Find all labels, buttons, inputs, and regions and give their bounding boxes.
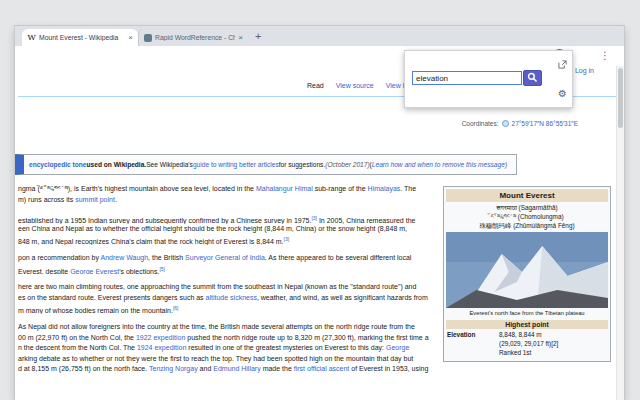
text-run: ngma (ཇོ་མོ་གླང་མ), is Earth's highest m… (18, 185, 256, 192)
wiki-link[interactable]: Edmund Hillary (213, 365, 260, 372)
text-run: m) runs across its (18, 196, 75, 203)
text-run: 's objections. (119, 268, 159, 274)
wiki-link[interactable]: [6] (173, 305, 179, 311)
native-name: 珠穆朗玛峰 (Zhūmùlǎngmǎ Fēng) (446, 222, 608, 231)
text-run: of Everest in 1953, using (349, 365, 428, 372)
wiki-link[interactable]: [3] (284, 236, 290, 242)
native-name: ཇོ་མོ་གླང་མ (Chomolungma) (446, 213, 608, 222)
tab-title: Mount Everest - Wikipedia (39, 34, 125, 41)
extension-popup: ⚙ (404, 50, 573, 108)
article-line: es on the standard route. Everest presen… (18, 293, 439, 304)
wiki-link[interactable]: Andrew Waugh (101, 254, 149, 261)
article-line: pon a recommendation by Andrew Waugh, th… (18, 253, 439, 264)
close-tab-icon[interactable]: × (128, 34, 133, 42)
wiki-link[interactable]: George (386, 344, 409, 351)
wiki-link[interactable]: Surveyor General of India (185, 254, 265, 261)
tab-title: Rapid WordReference - Chrom... (155, 34, 235, 41)
paragraph: ngma (ཇོ་མོ་གླང་མ), is Earth's highest m… (18, 184, 439, 205)
article-line: arking debate as to whether or not they … (18, 354, 439, 365)
text-run: In 2005, China remeasured the (317, 218, 415, 224)
wiki-link[interactable]: Mahalangur Himal (256, 185, 313, 192)
article-line: 848 m, and Nepal recognizes China's clai… (18, 234, 439, 245)
text-run: . The (400, 185, 416, 192)
wiki-link[interactable]: 1924 expedition (137, 344, 186, 351)
text-run: resulted in one of the greatest mysterie… (186, 344, 386, 351)
desktop: { "colors":{ "accent_purple":"#6a5acd", … (0, 0, 640, 400)
text-run: es on the standard route. Everest presen… (18, 294, 206, 301)
text-run: n the descent from the North Col. The (18, 344, 137, 351)
elevation-value-line: 8,848, 8,844 m (499, 331, 607, 340)
article-line: m many of whose bodies remain on the mou… (18, 303, 439, 314)
elevation-label: Elevation (447, 331, 499, 357)
text-run: , weather, and wind, as well as signific… (257, 294, 428, 301)
wiki-link[interactable]: Himalayas (368, 185, 401, 192)
infobox: Mount Everest सगरमाथा (Sagarmāthā)ཇོ་མོ་… (443, 186, 611, 362)
page-scrollbar[interactable] (616, 66, 624, 400)
infobox-section-header: Highest point (446, 320, 608, 329)
wiki-link[interactable]: [5] (159, 266, 165, 272)
scrollbar-thumb[interactable] (618, 68, 623, 128)
paragraph: As Nepal did not allow foreigners into t… (18, 322, 439, 375)
search-button[interactable] (523, 70, 542, 86)
search-input[interactable] (412, 71, 522, 85)
tone-maintenance-banner: encyclopedic tone used on Wikipedia. See… (15, 154, 517, 175)
text-run: . As there appeared to be several differ… (265, 254, 412, 261)
text-run: . (115, 196, 117, 203)
article-line: 00 m (22,970 ft) on the North Col, the 1… (18, 333, 439, 344)
text-run: used on Wikipedia. (87, 161, 147, 168)
infobox-elevation-row: Elevation 8,848, 8,844 m(29,029, 29,017 … (446, 329, 608, 359)
text-run: (October 2017) (325, 161, 369, 168)
wiki-link[interactable]: guide to writing better articles (193, 161, 279, 168)
page-tab-read[interactable]: Read (307, 82, 324, 89)
wikipedia-page: Log in ReadView sourceView history Coord… (15, 66, 616, 400)
paragraph: pon a recommendation by Andrew Waugh, th… (18, 253, 439, 274)
text-run: sub-range of the (313, 185, 368, 192)
text-run: m many of whose bodies remain on the mou… (18, 308, 173, 314)
elevation-value-line: (29,029, 29,017 ft)[2] (499, 340, 607, 349)
text-run: arking debate as to whether or not they … (18, 355, 413, 362)
wiki-link[interactable]: George Everest (70, 268, 119, 274)
wikipedia-favicon-icon: W (27, 33, 36, 42)
settings-gear-icon[interactable]: ⚙ (558, 88, 567, 99)
text-run: As Nepal did not allow foreigners into t… (18, 323, 415, 330)
text-run: 00 m (22,970 ft) on the North Col, the (18, 334, 136, 341)
native-name: सगरमाथा (Sagarmāthā) (446, 204, 608, 213)
browser-tab-mount-everest[interactable]: W Mount Everest - Wikipedia × (22, 29, 138, 46)
text-run: 848 m, and Nepal recognizes China's clai… (18, 239, 284, 245)
wordreference-favicon-icon (144, 34, 152, 42)
wiki-link[interactable]: summit point (75, 196, 115, 203)
elevation-value-line: Ranked 1st (499, 349, 607, 358)
text-run: See Wikipedia's (146, 161, 193, 168)
open-in-new-tab-icon[interactable] (558, 55, 567, 73)
text-run: een China and Nepal as to whether the of… (18, 225, 407, 232)
coordinates-link[interactable]: 27°59′17″N 86°55′31″E (512, 120, 578, 127)
page-tab-view-source[interactable]: View source (336, 82, 374, 89)
browser-menu-icon[interactable]: ⋮ (600, 49, 610, 62)
article-line: m) runs across its summit point. (18, 195, 439, 206)
article-line: As Nepal did not allow foreigners into t… (18, 322, 439, 333)
wiki-link[interactable]: Learn how and when to remove this messag… (372, 161, 505, 168)
close-tab-icon[interactable]: × (238, 34, 243, 42)
text-run: made the (261, 365, 294, 372)
text-run: pushed the north ridge route up to 8,320… (185, 334, 428, 341)
wiki-link[interactable]: altitude sickness (206, 294, 257, 301)
wiki-link[interactable]: Tenzing Norgay (149, 365, 198, 372)
wiki-link[interactable]: encyclopedic tone (29, 161, 87, 168)
everest-photo (446, 232, 608, 308)
browser-tab-wordreference[interactable]: Rapid WordReference - Chrom... × (138, 29, 248, 46)
text-run: , the British (148, 254, 185, 261)
article-line: ngma (ཇོ་མོ་གླང་མ), is Earth's highest m… (18, 184, 439, 195)
article-line: n the descent from the North Col. The 19… (18, 343, 439, 354)
new-tab-button[interactable]: + (255, 30, 261, 42)
coordinates: Coordinates: 27°59′17″N 86°55′31″E (462, 120, 578, 127)
text-run: ) (505, 161, 507, 168)
login-link[interactable]: Log in (575, 67, 594, 74)
infobox-title: Mount Everest (446, 189, 608, 202)
paragraph: here are two main climbing routes, one a… (18, 282, 439, 314)
globe-icon (502, 120, 509, 127)
elevation-value: 8,848, 8,844 m(29,029, 29,017 ft)[2]Rank… (499, 331, 607, 357)
article-line: here are two main climbing routes, one a… (18, 282, 439, 293)
wiki-link[interactable]: first official ascent (294, 365, 350, 372)
coordinates-label: Coordinates: (462, 120, 499, 127)
wiki-link[interactable]: 1922 expedition (136, 334, 185, 341)
